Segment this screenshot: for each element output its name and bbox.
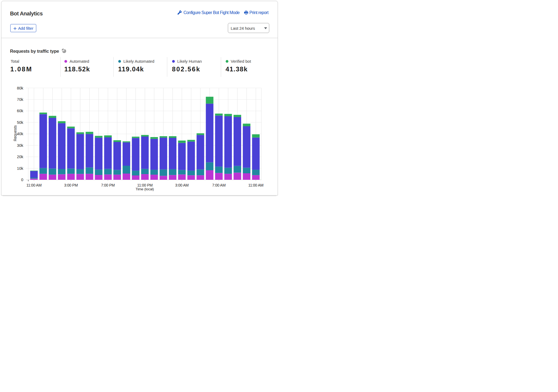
svg-text:0: 0 <box>21 178 23 182</box>
svg-text:40k: 40k <box>17 132 24 136</box>
svg-text:30k: 30k <box>17 143 24 148</box>
svg-text:11:00 PM: 11:00 PM <box>137 183 153 187</box>
svg-text:7:00 AM: 7:00 AM <box>212 183 226 187</box>
svg-text:11:00 AM: 11:00 AM <box>26 183 41 187</box>
svg-text:7:00 PM: 7:00 PM <box>101 183 115 187</box>
svg-text:20k: 20k <box>17 155 24 159</box>
svg-text:10k: 10k <box>17 166 24 171</box>
svg-text:50k: 50k <box>17 120 24 125</box>
svg-text:Time (local): Time (local) <box>136 187 154 191</box>
svg-text:Requests: Requests <box>13 125 17 141</box>
svg-text:70k: 70k <box>17 97 24 102</box>
svg-text:11:00 AM: 11:00 AM <box>248 183 263 187</box>
svg-text:80k: 80k <box>17 86 24 90</box>
svg-text:60k: 60k <box>17 109 24 113</box>
svg-text:3:00 PM: 3:00 PM <box>64 183 78 187</box>
svg-text:3:00 AM: 3:00 AM <box>175 183 189 187</box>
